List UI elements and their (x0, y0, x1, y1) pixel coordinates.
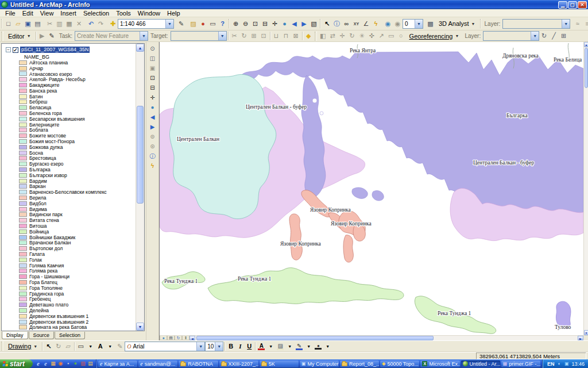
map-horizontal-scrollbar[interactable]: ◀ ▶ (189, 336, 583, 340)
toc-item[interactable]: Боблата (2, 128, 144, 133)
toc-item[interactable]: Градинска гора (2, 291, 144, 297)
snapping-button[interactable]: ◆ (304, 31, 314, 41)
overview-window-button[interactable]: ▣ (148, 63, 158, 73)
toc-item[interactable]: Галата (2, 251, 144, 257)
fill-color-button[interactable]: ▨ (276, 343, 285, 350)
rotate-raster-button[interactable]: ↻ (347, 31, 357, 41)
toc-item[interactable]: Варненско-Белославски комплекс (2, 189, 144, 195)
ungroup-button[interactable]: ▱ (63, 342, 73, 351)
tray-volume-icon[interactable]: ▣ (564, 361, 569, 366)
magnifier-window-button[interactable]: ⊙ (148, 44, 158, 53)
internet-explorer-icon[interactable]: e (35, 361, 41, 367)
fixed-zoom-out-button[interactable]: ⊟ (148, 83, 158, 93)
taskbar-button[interactable]: ◆50000 Topo... (380, 361, 419, 367)
identify-button[interactable]: ⓘ (148, 151, 158, 161)
toc-item[interactable]: Гора Блатец (2, 279, 144, 285)
menu-tools[interactable]: Tools (113, 10, 134, 17)
toc-scrollbar[interactable]: ▲ ▼ (136, 44, 144, 331)
polygon-koprinka[interactable] (343, 235, 353, 262)
toc-item[interactable]: Голак (2, 257, 144, 263)
toc-item[interactable]: Делейна (2, 308, 144, 313)
clip-tool-button[interactable]: ⊠ (291, 31, 301, 41)
intersect-tool-button[interactable]: ⊓ (281, 31, 291, 41)
analyst-menu[interactable]: 3D Analyst ▼ (435, 19, 479, 29)
font-size-combo[interactable]: 10 ▼ (205, 342, 223, 351)
delete-button[interactable]: ✕ (74, 19, 84, 29)
toc-item[interactable]: Гора - Шишманци (2, 274, 144, 279)
toc-item[interactable]: Брестовица (2, 156, 144, 162)
data-view-button[interactable]: ● (160, 336, 167, 340)
taskbar-button[interactable]: eКарти за А... (98, 361, 137, 367)
scroll-down-icon[interactable]: ▼ (136, 323, 144, 331)
print-button[interactable]: ▤ (33, 19, 42, 29)
toc-item[interactable]: Бесапарски възвишения (2, 116, 144, 122)
devices-icon[interactable]: ▪ (65, 361, 71, 367)
transform-line-button[interactable]: ╱ (549, 31, 559, 41)
marker-color-button[interactable]: ● (314, 343, 323, 350)
attributes-button[interactable]: ⊞ (249, 31, 259, 41)
toc-item[interactable]: Деветашко плато (2, 302, 144, 308)
editor-menu[interactable]: Editor ▼ (5, 31, 34, 41)
menu-insert[interactable]: Insert (57, 10, 80, 17)
georeferencing-menu[interactable]: Georeferencing ▼ (406, 31, 463, 41)
toc-item[interactable]: Варкан (2, 184, 144, 190)
scroll-right-icon[interactable]: ▶ (578, 336, 583, 340)
menu-help[interactable]: Help (164, 10, 184, 17)
command-window-button[interactable]: ▭ (208, 19, 218, 29)
whats-this-button[interactable]: ? (218, 19, 227, 29)
toc-item[interactable]: Долината на река Батова (2, 324, 144, 330)
toc-item[interactable]: Вардим (2, 178, 144, 184)
scale-combo[interactable]: 1:140 466 ▼ (118, 19, 174, 29)
taskbar-button[interactable]: ▣My Computer (300, 361, 339, 367)
italic-button[interactable]: I (235, 342, 245, 351)
toc-item[interactable]: Гора Тополяне (2, 285, 144, 291)
toc-item[interactable]: Гребенец (2, 296, 144, 302)
start-button[interactable]: start (0, 359, 33, 368)
scroll-up-icon[interactable]: ▲ (584, 42, 588, 47)
layer-checkbox[interactable]: ✓ (13, 47, 18, 53)
menu-edit[interactable]: Edit (19, 10, 37, 17)
select-link-button[interactable]: ↗ (377, 31, 386, 41)
scrollbar-thumb[interactable] (585, 48, 588, 88)
rotate-tool-button[interactable]: ↻ (239, 31, 249, 41)
text-dropdown-button[interactable]: ▼ (105, 342, 115, 351)
find-button[interactable]: ∞ (342, 19, 351, 29)
measure-button[interactable]: ∠ (361, 19, 371, 29)
mail-icon[interactable]: ▨ (80, 361, 86, 367)
toc-item[interactable]: Босна (2, 150, 144, 156)
toc-item[interactable]: Атанасовско езеро (2, 71, 144, 77)
add-control-points-button[interactable]: ✜ (367, 31, 377, 41)
pan-raster-button[interactable]: ✛ (338, 31, 347, 41)
media-icon[interactable]: ◉ (57, 361, 64, 367)
drawing-menu[interactable]: Drawing ▼ (5, 342, 41, 351)
undo-button[interactable]: ↶ (86, 19, 96, 29)
task-combo[interactable]: Create New Feature ▼ (75, 31, 148, 41)
bold-button[interactable]: B (226, 342, 235, 351)
arc-globe-icon[interactable]: ● (72, 361, 79, 367)
toc-item[interactable]: Билерниците (2, 122, 144, 128)
edit-vertices-button[interactable]: ✎ (115, 342, 125, 351)
contour-button[interactable]: ≡ (582, 19, 588, 29)
shift-raster-button[interactable]: ⇄ (328, 31, 338, 41)
taskbar-button[interactable]: XXIII-2207_... (219, 361, 258, 367)
union-tool-button[interactable]: ⊔ (272, 31, 281, 41)
toc-item[interactable]: Дервентски възвишения 2 (2, 319, 144, 325)
split-tool-button[interactable]: ✂ (230, 31, 239, 41)
link-table-button[interactable]: ⊞ (559, 31, 568, 41)
toc-item[interactable]: Беленска гора (2, 110, 144, 116)
tab-display[interactable]: Display (2, 332, 28, 339)
scroll-up-icon[interactable]: ▲ (136, 44, 144, 52)
interpolate-line-button[interactable]: ≈ (572, 19, 582, 29)
toc-item[interactable]: Божия мост-Понора (2, 139, 144, 144)
fill-color-dropdown-button[interactable]: ▼ (285, 342, 295, 351)
layer-combo[interactable]: ▼ (502, 19, 570, 29)
toolbar-grip[interactable] (320, 19, 321, 28)
toc-item[interactable]: Айтоска планина (2, 60, 144, 66)
underline-button[interactable]: U (245, 342, 254, 351)
taskbar-button[interactable]: esandman@... (138, 361, 177, 367)
hyperlink-button[interactable]: ϟ (148, 161, 158, 171)
georef-layer-dropdown-icon[interactable]: ▼ (531, 32, 539, 40)
toolbar-grip[interactable] (1, 342, 3, 351)
toc-layer-row[interactable]: − ✓ pSCI_11_2007_WGS84_35N (2, 46, 144, 53)
font-color-dropdown-button[interactable]: ▼ (266, 342, 276, 351)
